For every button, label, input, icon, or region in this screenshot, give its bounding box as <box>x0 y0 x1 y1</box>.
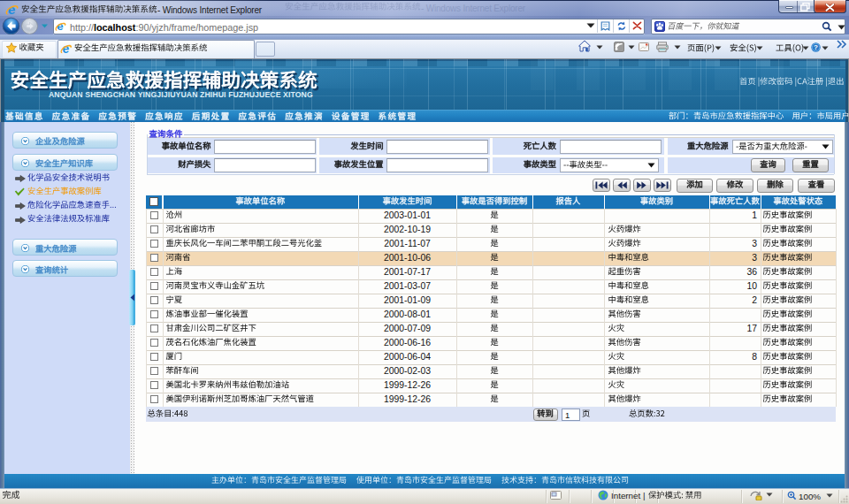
svg-text:?: ? <box>814 43 818 51</box>
